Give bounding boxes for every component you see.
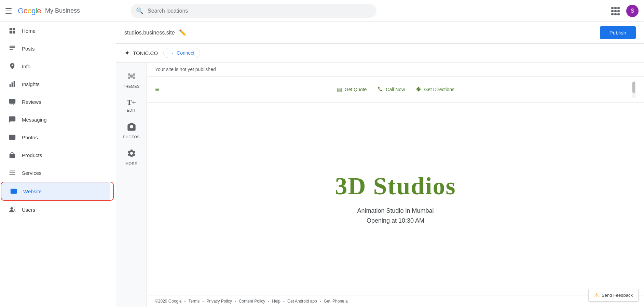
website-header: studios.business.site ✏️ Publish — [116, 22, 644, 44]
svg-point-20 — [11, 207, 13, 210]
users-icon — [8, 206, 16, 214]
svg-rect-1 — [13, 28, 15, 30]
themes-tool[interactable]: THEMES — [119, 68, 145, 92]
sidebar-item-photos[interactable]: Photos — [0, 128, 113, 146]
footer-content-policy[interactable]: Content Policy — [239, 299, 265, 304]
camera-icon — [127, 122, 136, 134]
footer-privacy[interactable]: Privacy Policy — [206, 299, 232, 304]
website-url-area: studios.business.site ✏️ — [124, 29, 187, 37]
get-directions-label: Get Directions — [424, 87, 454, 92]
warning-icon: ⚠ — [594, 292, 599, 298]
svg-rect-15 — [10, 171, 15, 171]
sidebar-item-insights[interactable]: Insights — [0, 75, 113, 93]
get-directions-link[interactable]: Get Directions — [416, 86, 454, 93]
sidebar-item-label: Products — [22, 152, 42, 158]
sidebar-item-messaging[interactable]: Messaging — [0, 111, 113, 128]
svg-rect-3 — [13, 31, 15, 33]
footer-sep: - — [184, 299, 186, 304]
send-feedback-button[interactable]: ⚠ Send Feedback — [588, 289, 639, 302]
tonic-logo: ✦ TONIC.CO — [124, 49, 158, 57]
get-quote-link[interactable]: ▤ Get Quote — [337, 86, 367, 93]
hero-subtitle: Animation Studio in Mumbai Opening at 10… — [357, 206, 434, 226]
preview-scrollbar[interactable] — [632, 81, 636, 98]
insights-icon — [8, 80, 16, 88]
edit-tool[interactable]: T+ EDIT — [119, 95, 145, 116]
edit-url-icon[interactable]: ✏️ — [179, 29, 187, 37]
site-nav-links: ▤ Get Quote Call Now — [337, 86, 454, 93]
apps-grid-icon[interactable] — [611, 7, 619, 15]
page-footer: ©2020 Google - Terms - Privacy Policy - … — [147, 295, 644, 307]
photos-tool[interactable]: PHOTOS — [119, 118, 145, 142]
top-bar-left: Google My Business — [5, 6, 125, 15]
search-icon: 🔍 — [136, 7, 143, 15]
edit-label: EDIT — [127, 108, 136, 112]
sidebar-item-posts[interactable]: Posts — [0, 40, 113, 57]
main-layout: Home Posts Info Insights Reviews — [0, 22, 644, 307]
sidebar-item-website[interactable]: Website — [1, 182, 110, 200]
edit-icon: T+ — [127, 98, 136, 107]
svg-point-26 — [129, 125, 134, 129]
preview-frame: ≡ ▤ Get Quote Call Now — [147, 76, 644, 295]
call-now-label: Call Now — [386, 87, 405, 92]
not-published-bar: Your site is not yet published — [147, 62, 644, 76]
svg-point-23 — [133, 73, 135, 76]
svg-rect-2 — [10, 31, 12, 33]
sidebar-item-label: Users — [22, 207, 35, 213]
search-bar[interactable]: 🔍 — [131, 4, 376, 18]
google-logo: Google — [18, 6, 41, 15]
svg-rect-0 — [10, 28, 12, 30]
hamburger-menu-icon[interactable] — [5, 7, 14, 15]
svg-rect-5 — [10, 47, 15, 48]
svg-rect-17 — [10, 175, 15, 175]
top-bar-right: S — [611, 5, 639, 17]
sidebar-item-website-wrapper: Website — [1, 182, 113, 200]
phone-icon — [378, 86, 383, 93]
connect-button[interactable]: → Connect — [163, 48, 200, 58]
avatar[interactable]: S — [626, 5, 639, 17]
footer-iphone-app[interactable]: Get iPhone a — [324, 299, 348, 304]
svg-rect-18 — [11, 189, 17, 194]
info-icon — [8, 62, 16, 70]
sidebar-item-label: Messaging — [22, 117, 47, 123]
connect-label: Connect — [177, 50, 194, 56]
search-input[interactable] — [148, 8, 371, 14]
sidebar-item-info[interactable]: Info — [0, 57, 113, 75]
home-icon — [8, 27, 16, 35]
services-icon — [8, 169, 16, 177]
not-published-text: Your site is not yet published — [155, 67, 216, 72]
svg-rect-14 — [10, 154, 15, 158]
messaging-icon — [8, 115, 16, 124]
svg-rect-16 — [10, 172, 15, 173]
footer-help[interactable]: Help — [272, 299, 280, 304]
website-icon — [10, 187, 18, 195]
svg-point-25 — [133, 76, 135, 79]
site-navigation: ≡ ▤ Get Quote Call Now — [147, 76, 644, 103]
send-feedback-label: Send Feedback — [602, 293, 633, 298]
publish-button[interactable]: Publish — [600, 26, 636, 39]
sidebar-item-home[interactable]: Home — [0, 22, 113, 40]
top-bar: Google My Business 🔍 S — [0, 0, 644, 22]
footer-android-app[interactable]: Get Android app — [287, 299, 317, 304]
sidebar-item-label: Posts — [22, 46, 35, 52]
gear-icon — [127, 149, 136, 160]
site-hamburger-icon[interactable]: ≡ — [155, 85, 160, 94]
website-preview: Your site is not yet published ≡ ▤ Get Q… — [147, 62, 644, 307]
call-now-link[interactable]: Call Now — [378, 86, 405, 93]
footer-terms[interactable]: Terms — [189, 299, 200, 304]
sidebar-item-services[interactable]: Services — [0, 164, 113, 182]
more-label: MORE — [125, 162, 137, 166]
quote-icon: ▤ — [337, 86, 342, 93]
sidebar: Home Posts Info Insights Reviews — [0, 22, 116, 307]
photos-label: PHOTOS — [123, 135, 140, 139]
sidebar-item-users[interactable]: Users — [0, 201, 113, 219]
left-tools-panel: THEMES T+ EDIT PHOTOS MORE — [116, 62, 147, 307]
sidebar-item-label: Website — [23, 189, 42, 194]
sidebar-item-reviews[interactable]: Reviews — [0, 93, 113, 111]
tonic-logo-text: TONIC.CO — [133, 50, 158, 56]
sidebar-item-label: Reviews — [22, 99, 41, 105]
sidebar-item-products[interactable]: Products — [0, 146, 113, 164]
posts-icon — [8, 44, 16, 53]
sidebar-item-label: Photos — [22, 135, 38, 140]
more-tool[interactable]: MORE — [119, 145, 145, 169]
main-content: studios.business.site ✏️ Publish ✦ TONIC… — [116, 22, 644, 307]
